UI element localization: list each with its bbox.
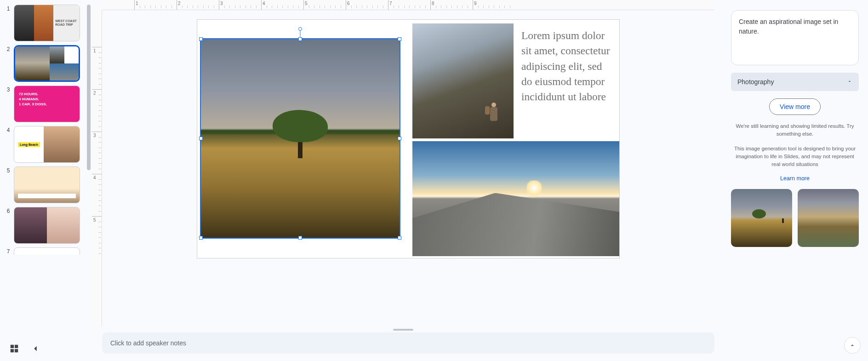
slide-number: 4 [6, 126, 11, 133]
image-top-right[interactable] [412, 23, 514, 138]
prompt-text: Create an aspirational image set in natu… [739, 18, 838, 35]
slide-thumbnail-7[interactable]: 7 [0, 246, 92, 255]
generated-images-row [731, 189, 859, 247]
thumb-content [14, 166, 80, 203]
learn-more-link[interactable]: Learn more [731, 175, 859, 182]
resize-handle-tr[interactable] [398, 37, 401, 41]
style-select[interactable]: Photography [731, 73, 859, 91]
slide-thumbnail-2[interactable]: 2 [0, 43, 92, 84]
canvas-row: 12345 [92, 10, 714, 327]
ruler-horizontal[interactable]: 123456789 [102, 0, 714, 10]
thumb-content [14, 247, 80, 255]
thumb-title-line: WEST COAST [55, 19, 78, 23]
resize-handle-l[interactable] [199, 137, 203, 140]
chevron-up-icon [849, 342, 856, 349]
thumb-content [14, 45, 80, 82]
slide-thumbnail-4[interactable]: 4 Long Beach [0, 124, 92, 165]
chevron-down-icon [847, 78, 852, 86]
thumb-content: WEST COAST ROAD TRIP [14, 5, 80, 41]
slide-number: 2 [6, 45, 11, 52]
speaker-notes-placeholder: Click to add speaker notes [110, 339, 186, 347]
thumb-line: 1 CAR. 3 DOGS. [19, 102, 75, 107]
thumb-line: 4 HUMANS. [19, 97, 75, 102]
hiker-graphic [488, 103, 500, 126]
slide-thumbnail-3[interactable]: 3 72 HOURS. 4 HUMANS. 1 CAR. 3 DOGS. [0, 84, 92, 124]
resize-handle-r[interactable] [398, 137, 401, 140]
generated-image-1[interactable] [731, 189, 792, 247]
slide-thumbnail-1[interactable]: 1 WEST COAST ROAD TRIP [0, 3, 92, 43]
resize-handle-b[interactable] [298, 236, 302, 240]
canvas-viewport[interactable]: Lorem ipsum dolor sit amet, consectetur … [102, 10, 714, 327]
thumb-content: 72 HOURS. 4 HUMANS. 1 CAR. 3 DOGS. [14, 86, 80, 122]
rotation-handle[interactable] [298, 27, 302, 31]
slide-panel-footer [0, 338, 92, 361]
sun-graphic [526, 180, 542, 196]
tree-graphic [752, 209, 813, 223]
disclaimer-text: This image generation tool is designed t… [731, 145, 859, 168]
thumb-content: Long Beach [14, 126, 80, 163]
slide-thumbnail-5[interactable]: 5 [0, 165, 92, 205]
view-more-button[interactable]: View more [769, 98, 821, 115]
prompt-input[interactable]: Create an aspirational image set in natu… [731, 10, 859, 65]
tree-graphic [273, 110, 328, 156]
scroll-top-button[interactable] [844, 337, 861, 354]
road-graphic [412, 193, 619, 257]
image-gen-sidebar: Create an aspirational image set in natu… [722, 0, 868, 361]
thumb-title-line: ROAD TRIP [55, 23, 78, 27]
app-root: 1 WEST COAST ROAD TRIP 2 [0, 0, 868, 361]
slide-list: 1 WEST COAST ROAD TRIP 2 [0, 3, 92, 338]
slide-body-text[interactable]: Lorem ipsum dolor sit amet, consectetur … [521, 28, 613, 105]
slide-thumbnail-6[interactable]: 6 [0, 205, 92, 246]
slide-list-scrollbar[interactable] [86, 3, 92, 338]
slide-number: 5 [6, 166, 11, 174]
slide-panel: 1 WEST COAST ROAD TRIP 2 [0, 0, 92, 361]
speaker-notes[interactable]: Click to add speaker notes [102, 332, 714, 354]
resize-handle-bl[interactable] [199, 236, 203, 240]
selected-image-main[interactable] [200, 38, 400, 239]
collapse-panel-icon[interactable] [30, 344, 40, 355]
canvas-area: 123456789 12345 [92, 0, 722, 361]
thumb-badge: Long Beach [18, 142, 40, 147]
style-selected-value: Photography [737, 78, 774, 86]
notes-resize-handle[interactable] [92, 327, 714, 332]
thumb-content [14, 207, 80, 244]
slide-number: 3 [6, 86, 11, 93]
slide-number: 7 [6, 247, 11, 255]
scrollbar-thumb[interactable] [87, 5, 91, 170]
slide-number: 6 [6, 207, 11, 214]
resize-handle-t[interactable] [298, 37, 302, 41]
slide-canvas[interactable]: Lorem ipsum dolor sit amet, consectetur … [197, 19, 620, 258]
resize-handle-tl[interactable] [199, 37, 203, 41]
ruler-vertical[interactable]: 12345 [92, 10, 102, 327]
results-hint: We're still learning and showing limited… [731, 122, 859, 138]
resize-handle-br[interactable] [398, 236, 401, 240]
thumb-line: 72 HOURS. [19, 92, 75, 97]
slide-number: 1 [6, 5, 11, 12]
grid-view-icon[interactable] [9, 344, 19, 355]
image-bottom-right[interactable] [412, 141, 619, 256]
